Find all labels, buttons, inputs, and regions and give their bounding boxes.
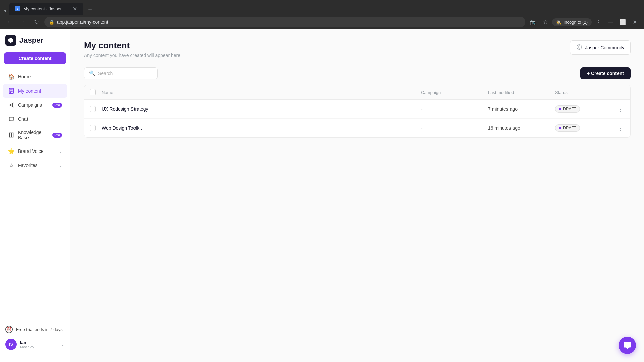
user-name: Ian xyxy=(20,340,57,345)
row-1-name[interactable]: UX Redesign Strategy xyxy=(102,106,421,112)
row-2-actions: ⋮ xyxy=(609,123,625,133)
trial-icon: ⏰ xyxy=(5,326,13,333)
select-all-checkbox[interactable] xyxy=(90,89,96,95)
sidebar-item-favorites-label: Favorites xyxy=(18,163,55,168)
table-header: Name Campaign Last modified Status xyxy=(84,85,630,100)
back-button[interactable]: ← xyxy=(4,17,15,27)
chat-bubble-button[interactable] xyxy=(619,337,636,354)
incognito-label: Incognito (2) xyxy=(564,20,588,25)
sidebar-bottom: ⏰ Free trial ends in 7 days IS Ian Moodj… xyxy=(0,319,70,357)
main-content: My content Any content you have created … xyxy=(70,29,644,362)
user-avatar: IS xyxy=(5,339,17,350)
page-subtitle: Any content you have created will appear… xyxy=(84,53,182,58)
row-2-campaign: - xyxy=(421,125,488,131)
search-icon: 🔍 xyxy=(89,70,95,76)
jasper-community-button[interactable]: Jasper Community xyxy=(570,40,631,55)
draft-dot-2-icon xyxy=(559,127,561,129)
row-1-more-button[interactable]: ⋮ xyxy=(615,104,625,114)
logo: Jasper xyxy=(0,35,70,52)
bookmark-icon[interactable]: ☆ xyxy=(540,17,551,27)
page-header-left: My content Any content you have created … xyxy=(84,40,182,58)
row-2-checkbox-cell xyxy=(90,125,102,131)
page-title: My content xyxy=(84,40,182,51)
row-1-checkbox-cell xyxy=(90,106,102,112)
draft-dot-icon xyxy=(559,108,561,110)
row-2-checkbox[interactable] xyxy=(90,125,96,131)
community-button-label: Jasper Community xyxy=(585,45,624,50)
row-2-name[interactable]: Web Design Toolkit xyxy=(102,125,421,131)
active-tab[interactable]: J My content - Jasper ✕ xyxy=(9,3,83,15)
restore-button[interactable]: ⬜ xyxy=(617,17,628,27)
sidebar-item-chat[interactable]: Chat xyxy=(3,112,67,126)
sidebar-item-brand-voice[interactable]: ⭐ Brand Voice ⌄ xyxy=(3,144,67,158)
browser-tabs-bar: ▼ J My content - Jasper ✕ + xyxy=(0,0,644,15)
tab-title: My content - Jasper xyxy=(23,6,68,11)
sidebar-item-favorites[interactable]: ☆ Favorites ⌄ xyxy=(3,159,67,172)
close-window-button[interactable]: ✕ xyxy=(629,17,640,27)
user-section[interactable]: IS Ian Moodjoy ⌄ xyxy=(5,336,65,353)
sidebar-item-knowledge-base[interactable]: Knowledge Base Pro xyxy=(3,126,67,144)
chat-icon xyxy=(8,116,15,122)
tab-close-btn[interactable]: ✕ xyxy=(72,6,78,12)
toolbar-actions: 📷 ☆ 🕵️ Incognito (2) ⋮ — ⬜ ✕ xyxy=(528,17,640,27)
row-2-status: DRAFT xyxy=(555,124,609,132)
sidebar-item-campaigns[interactable]: Campaigns Pro xyxy=(3,98,67,112)
row-1-checkbox[interactable] xyxy=(90,106,96,112)
favorites-icon: ☆ xyxy=(8,162,15,169)
my-content-icon xyxy=(8,87,15,94)
reload-button[interactable]: ↻ xyxy=(31,17,42,27)
favorites-chevron-icon: ⌄ xyxy=(59,163,62,168)
table-row: UX Redesign Strategy - 7 minutes ago DRA… xyxy=(84,100,630,119)
sidebar-item-my-content[interactable]: My content xyxy=(3,84,67,98)
browser-toolbar: ← → ↻ 🔒 app.jasper.ai/my-content 📷 ☆ 🕵️ … xyxy=(0,15,644,29)
sidebar-item-campaigns-label: Campaigns xyxy=(18,102,49,108)
row-2-more-button[interactable]: ⋮ xyxy=(615,123,625,133)
search-input[interactable] xyxy=(98,71,153,76)
user-chevron-icon: ⌄ xyxy=(61,342,65,347)
browser-chrome: ▼ J My content - Jasper ✕ + ← → ↻ 🔒 app.… xyxy=(0,0,644,29)
row-1-status-label: DRAFT xyxy=(563,107,576,111)
new-tab-button[interactable]: + xyxy=(85,4,95,15)
tab-dropdown-btn[interactable]: ▼ xyxy=(1,7,9,15)
row-1-modified: 7 minutes ago xyxy=(488,106,555,112)
knowledge-base-pro-badge: Pro xyxy=(52,133,62,138)
sidebar-item-chat-label: Chat xyxy=(18,116,62,122)
home-icon: 🏠 xyxy=(8,73,15,80)
row-2-draft-badge: DRAFT xyxy=(555,124,580,132)
campaigns-icon xyxy=(8,102,15,108)
col-campaign-header: Campaign xyxy=(421,90,488,95)
logo-text: Jasper xyxy=(19,36,43,45)
row-1-draft-badge: DRAFT xyxy=(555,105,580,113)
sidebar-item-home[interactable]: 🏠 Home xyxy=(3,70,67,83)
create-content-sidebar-button[interactable]: Create content xyxy=(4,52,66,64)
user-surname: Moodjoy xyxy=(20,345,57,349)
svg-text:J: J xyxy=(17,7,18,10)
incognito-badge[interactable]: 🕵️ Incognito (2) xyxy=(552,18,592,26)
create-content-main-button[interactable]: + Create content xyxy=(580,67,631,79)
url-text: app.jasper.ai/my-content xyxy=(57,19,521,25)
brand-voice-chevron-icon: ⌄ xyxy=(59,149,62,154)
row-1-actions: ⋮ xyxy=(609,104,625,114)
sidebar-item-my-content-label: My content xyxy=(18,88,62,94)
user-info: Ian Moodjoy xyxy=(20,340,57,349)
app-layout: Jasper Create content 🏠 Home My content … xyxy=(0,29,644,362)
community-icon xyxy=(576,44,582,51)
table-row: Web Design Toolkit - 16 minutes ago DRAF… xyxy=(84,119,630,137)
address-bar[interactable]: 🔒 app.jasper.ai/my-content xyxy=(44,17,525,27)
logo-icon xyxy=(5,35,16,46)
minimize-button[interactable]: — xyxy=(605,17,616,27)
header-checkbox[interactable] xyxy=(90,89,102,95)
search-box[interactable]: 🔍 xyxy=(84,67,158,79)
sidebar-item-brand-voice-label: Brand Voice xyxy=(18,148,55,154)
forward-button[interactable]: → xyxy=(17,17,28,27)
knowledge-base-icon xyxy=(8,132,15,138)
row-2-modified: 16 minutes ago xyxy=(488,125,555,131)
campaigns-pro-badge: Pro xyxy=(52,103,62,108)
tab-favicon: J xyxy=(15,6,20,11)
sidebar-item-knowledge-base-label: Knowledge Base xyxy=(18,130,49,140)
trial-notice: ⏰ Free trial ends in 7 days xyxy=(5,323,65,336)
menu-icon[interactable]: ⋮ xyxy=(593,17,604,27)
camera-icon[interactable]: 📷 xyxy=(528,17,539,27)
content-table: Name Campaign Last modified Status UX Re… xyxy=(84,85,631,138)
incognito-icon: 🕵️ xyxy=(556,20,561,25)
